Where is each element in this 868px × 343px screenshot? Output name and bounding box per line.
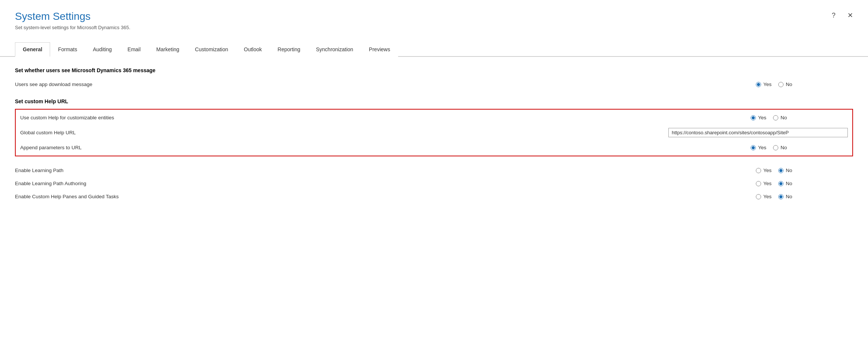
learning-path-authoring-row: Enable Learning Path Authoring Yes No <box>15 177 853 190</box>
learning-path-no-label: No <box>786 168 792 173</box>
custom-help-panes-row: Enable Custom Help Panes and Guided Task… <box>15 190 853 203</box>
custom-help-highlighted: Use custom Help for customizable entitie… <box>15 109 853 156</box>
tab-email[interactable]: Email <box>120 42 148 57</box>
use-custom-help-no-group: No <box>773 115 787 120</box>
learning-path-authoring-yes-label: Yes <box>763 181 772 186</box>
app-download-control: Yes No <box>756 82 853 87</box>
use-custom-help-label: Use custom Help for customizable entitie… <box>20 115 751 120</box>
learning-path-row: Enable Learning Path Yes No <box>15 164 853 177</box>
append-params-no-group: No <box>773 145 787 150</box>
use-custom-help-no-radio[interactable] <box>773 115 778 120</box>
learning-path-yes-group: Yes <box>756 168 772 173</box>
tabs-bar: GeneralFormatsAuditingEmailMarketingCust… <box>0 42 868 57</box>
learning-path-label: Enable Learning Path <box>15 168 756 173</box>
global-help-url-input[interactable] <box>668 128 848 137</box>
custom-help-panes-yes-group: Yes <box>756 194 772 199</box>
append-params-yes-group: Yes <box>751 145 766 150</box>
tab-previews[interactable]: Previews <box>361 42 398 57</box>
app-download-yes-radio[interactable] <box>756 82 761 87</box>
learning-path-no-radio[interactable] <box>778 168 784 173</box>
app-download-no-label: No <box>786 82 792 87</box>
dialog-header: System Settings Set system-level setting… <box>0 0 868 36</box>
learning-path-authoring-yes-group: Yes <box>756 181 772 186</box>
learning-path-authoring-yes-radio[interactable] <box>756 181 761 186</box>
learning-path-authoring-label: Enable Learning Path Authoring <box>15 181 756 186</box>
use-custom-help-yes-group: Yes <box>751 115 766 120</box>
custom-help-panes-no-label: No <box>786 194 792 199</box>
use-custom-help-control: Yes No <box>751 115 848 120</box>
learning-path-authoring-no-label: No <box>786 181 792 186</box>
tab-auditing[interactable]: Auditing <box>85 42 120 57</box>
tab-formats[interactable]: Formats <box>50 42 85 57</box>
tab-reporting[interactable]: Reporting <box>270 42 308 57</box>
app-download-no-group: No <box>778 82 792 87</box>
learning-path-control: Yes No <box>756 168 853 173</box>
tab-outlook[interactable]: Outlook <box>236 42 270 57</box>
use-custom-help-row: Use custom Help for customizable entitie… <box>16 111 852 124</box>
custom-help-title: Set custom Help URL <box>15 98 853 104</box>
global-help-url-label: Global custom Help URL <box>20 130 668 135</box>
dialog-title: System Settings <box>15 10 853 22</box>
append-params-yes-radio[interactable] <box>751 145 756 150</box>
global-help-url-row: Global custom Help URL <box>16 124 852 141</box>
dynamics-message-section: Set whether users see Microsoft Dynamics… <box>15 67 853 91</box>
learning-path-authoring-control: Yes No <box>756 181 853 186</box>
learning-path-no-group: No <box>778 168 792 173</box>
app-download-label: Users see app download message <box>15 82 756 87</box>
app-download-yes-group: Yes <box>756 82 772 87</box>
custom-help-section: Set custom Help URL Use custom Help for … <box>15 98 853 156</box>
app-download-row: Users see app download message Yes No <box>15 78 853 91</box>
tab-marketing[interactable]: Marketing <box>148 42 187 57</box>
help-button[interactable]: ? <box>829 10 838 20</box>
append-params-no-radio[interactable] <box>773 145 778 150</box>
append-params-yes-label: Yes <box>758 145 766 150</box>
app-download-yes-label: Yes <box>763 82 772 87</box>
use-custom-help-yes-label: Yes <box>758 115 766 120</box>
custom-help-panes-label: Enable Custom Help Panes and Guided Task… <box>15 194 756 199</box>
use-custom-help-no-label: No <box>781 115 787 120</box>
tab-synchronization[interactable]: Synchronization <box>308 42 361 57</box>
global-help-url-control <box>668 128 848 137</box>
use-custom-help-yes-radio[interactable] <box>751 115 756 120</box>
append-params-control: Yes No <box>751 145 848 150</box>
dynamics-message-title: Set whether users see Microsoft Dynamics… <box>15 67 853 73</box>
learning-path-yes-label: Yes <box>763 168 772 173</box>
tab-customization[interactable]: Customization <box>187 42 236 57</box>
learning-section: Enable Learning Path Yes No Enable Learn… <box>15 164 853 203</box>
custom-help-panes-no-group: No <box>778 194 792 199</box>
custom-help-panes-no-radio[interactable] <box>778 194 784 199</box>
custom-help-panes-yes-label: Yes <box>763 194 772 199</box>
append-params-no-label: No <box>781 145 787 150</box>
app-download-no-radio[interactable] <box>778 82 784 87</box>
dialog-subtitle: Set system-level settings for Microsoft … <box>15 25 853 30</box>
custom-help-panes-control: Yes No <box>756 194 853 199</box>
append-params-label: Append parameters to URL <box>20 145 751 150</box>
dialog-controls: ? ✕ <box>829 10 856 20</box>
close-button[interactable]: ✕ <box>844 10 856 20</box>
learning-path-authoring-no-group: No <box>778 181 792 186</box>
custom-help-panes-yes-radio[interactable] <box>756 194 761 199</box>
append-params-row: Append parameters to URL Yes No <box>16 141 852 154</box>
learning-path-authoring-no-radio[interactable] <box>778 181 784 186</box>
learning-path-yes-radio[interactable] <box>756 168 761 173</box>
settings-content: Set whether users see Microsoft Dynamics… <box>0 57 868 343</box>
tab-general[interactable]: General <box>15 42 50 57</box>
system-settings-dialog: System Settings Set system-level setting… <box>0 0 868 343</box>
